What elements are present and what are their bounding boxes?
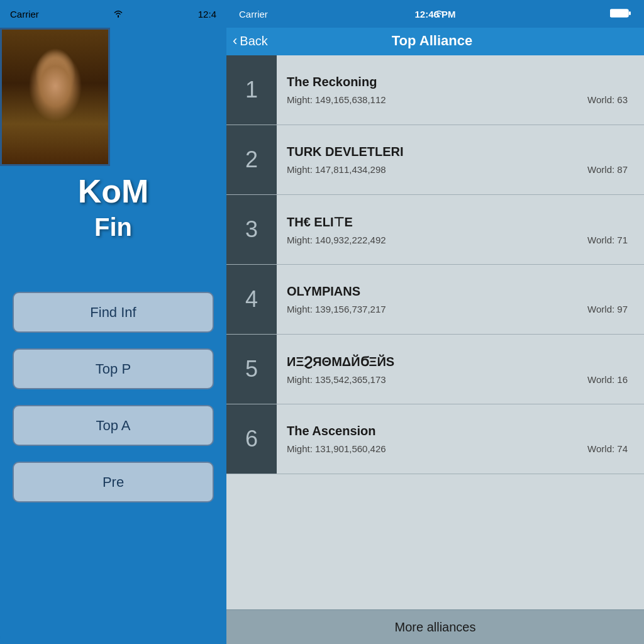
alliance-info-6: The Ascension Might: 131,901,560,426 Wor… bbox=[277, 415, 644, 463]
table-row: 3 TH€ ELI⊤E Might: 140,932,222,492 World… bbox=[226, 195, 644, 265]
alliance-name: TH€ ELI⊤E bbox=[287, 214, 634, 230]
alliance-info-1: The Reckoning Might: 149,165,638,112 Wor… bbox=[277, 66, 644, 114]
alliance-stats: Might: 135,542,365,173 World: 16 bbox=[287, 374, 634, 385]
rank-number: 4 bbox=[245, 286, 258, 313]
alliance-stats: Might: 147,811,434,298 World: 87 bbox=[287, 164, 634, 175]
back-label: Back bbox=[240, 34, 267, 48]
app-subtitle: Fin bbox=[0, 213, 226, 242]
world-stat: World: 87 bbox=[587, 164, 634, 175]
nav-title: Top Alliance bbox=[283, 33, 581, 49]
might-stat: Might: 140,932,222,492 bbox=[287, 235, 386, 245]
top-players-button[interactable]: Top P bbox=[13, 348, 214, 389]
world-stat: World: 74 bbox=[587, 443, 634, 454]
alliance-stats: Might: 149,165,638,112 World: 63 bbox=[287, 94, 634, 105]
alliance-info-5: ИΞϨЯΘМΔЙϬΞЙS Might: 135,542,365,173 Worl… bbox=[277, 345, 644, 394]
rank-box-4: 4 bbox=[226, 265, 277, 334]
alliance-name: The Reckoning bbox=[287, 75, 634, 89]
more-alliances-button[interactable]: More alliances bbox=[226, 609, 644, 644]
time-left: 12:4 bbox=[198, 9, 216, 19]
alliance-info-2: TURK DEVLETLERI Might: 147,811,434,298 W… bbox=[277, 136, 644, 184]
might-stat: Might: 135,542,365,173 bbox=[287, 374, 386, 385]
table-row: 1 The Reckoning Might: 149,165,638,112 W… bbox=[226, 55, 644, 125]
alliance-name: The Ascension bbox=[287, 424, 634, 438]
time-right: 12:46 PM bbox=[414, 9, 455, 19]
status-bar-right: Carrier 12:46 PM bbox=[226, 0, 644, 28]
alliance-panel: ‹ Back Top Alliance 1 The Reckoning Migh… bbox=[226, 0, 644, 644]
alliance-list[interactable]: 1 The Reckoning Might: 149,165,638,112 W… bbox=[226, 55, 644, 609]
rank-box-5: 5 bbox=[226, 335, 277, 404]
carrier-right: Carrier bbox=[239, 9, 268, 19]
might-stat: Might: 147,811,434,298 bbox=[287, 164, 386, 175]
table-row: 2 TURK DEVLETLERI Might: 147,811,434,298… bbox=[226, 125, 644, 195]
rank-number: 5 bbox=[245, 356, 258, 382]
alliance-stats: Might: 140,932,222,492 World: 71 bbox=[287, 235, 634, 245]
svg-rect-0 bbox=[610, 9, 628, 17]
table-row: 4 OLYMPIANS Might: 139,156,737,217 World… bbox=[226, 265, 644, 335]
rank-box-1: 1 bbox=[226, 55, 277, 125]
alliance-info-3: TH€ ELI⊤E Might: 140,932,222,492 World: … bbox=[277, 206, 644, 254]
alliance-stats: Might: 131,901,560,426 World: 74 bbox=[287, 443, 634, 454]
alliance-name: TURK DEVLETLERI bbox=[287, 145, 634, 159]
app-title: KoM bbox=[0, 172, 226, 210]
might-stat: Might: 139,156,737,217 bbox=[287, 304, 386, 314]
find-info-button[interactable]: Find Inf bbox=[13, 292, 214, 333]
back-button[interactable]: ‹ Back bbox=[233, 33, 283, 49]
table-row: 6 The Ascension Might: 131,901,560,426 W… bbox=[226, 404, 644, 474]
wifi-left bbox=[113, 9, 124, 19]
might-stat: Might: 149,165,638,112 bbox=[287, 94, 386, 105]
battery-icon bbox=[610, 8, 631, 20]
carrier-left: Carrier bbox=[10, 9, 39, 19]
world-stat: World: 63 bbox=[587, 94, 634, 105]
alliance-name: OLYMPIANS bbox=[287, 284, 634, 299]
top-alliances-button[interactable]: Top A bbox=[13, 405, 214, 446]
world-stat: World: 16 bbox=[587, 374, 634, 385]
premium-button[interactable]: Pre bbox=[13, 462, 214, 502]
status-bar-left: Carrier 12:4 bbox=[0, 0, 226, 28]
more-alliances-label: More alliances bbox=[395, 620, 476, 635]
back-chevron-icon: ‹ bbox=[233, 33, 237, 49]
alliance-info-4: OLYMPIANS Might: 139,156,737,217 World: … bbox=[277, 275, 644, 323]
rank-number: 2 bbox=[245, 147, 258, 173]
rank-box-2: 2 bbox=[226, 125, 277, 194]
svg-rect-1 bbox=[629, 11, 631, 15]
background-app: KoM Fin Find Inf Top P Top A Pre bbox=[0, 28, 226, 644]
rank-number: 1 bbox=[245, 77, 258, 103]
rank-number: 3 bbox=[245, 216, 258, 243]
alliance-name: ИΞϨЯΘМΔЙϬΞЙS bbox=[287, 354, 634, 369]
world-stat: World: 97 bbox=[587, 304, 634, 314]
might-stat: Might: 131,901,560,426 bbox=[287, 443, 386, 454]
table-row: 5 ИΞϨЯΘМΔЙϬΞЙS Might: 135,542,365,173 Wo… bbox=[226, 335, 644, 404]
rank-box-3: 3 bbox=[226, 195, 277, 264]
rank-number: 6 bbox=[245, 426, 258, 452]
world-stat: World: 71 bbox=[587, 235, 634, 245]
portrait-image bbox=[0, 28, 110, 166]
alliance-stats: Might: 139,156,737,217 World: 97 bbox=[287, 304, 634, 314]
rank-box-6: 6 bbox=[226, 404, 277, 474]
